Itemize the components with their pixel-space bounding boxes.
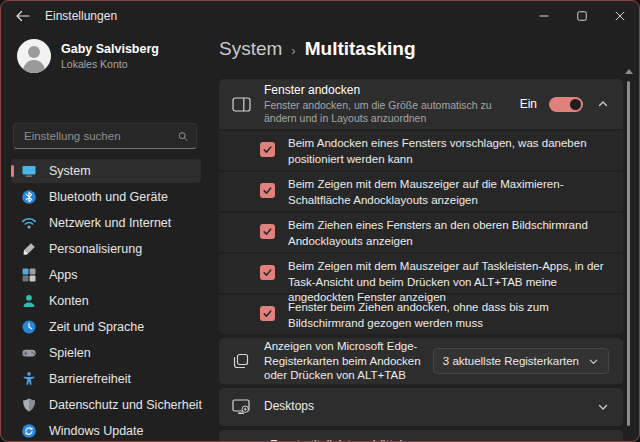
- snap-option-row: Beim Zeigen mit dem Mauszeiger auf Taskl…: [219, 254, 623, 293]
- sidebar-item-personalization[interactable]: Personalisierung: [11, 237, 201, 261]
- snap-option-label: Beim Andocken eines Fensters vorschlagen…: [288, 136, 623, 170]
- page-title: Multitasking: [305, 38, 416, 60]
- desktops-label: Desktops: [264, 399, 314, 415]
- snap-windows-expander[interactable]: Fenster andocken Fenster andocken, um di…: [219, 79, 623, 129]
- chevron-up-icon: [597, 98, 609, 110]
- checkmark-icon: [262, 144, 273, 155]
- snap-option-label: Fenster beim Ziehen andocken, ohne dass …: [288, 300, 623, 334]
- checkbox-checked[interactable]: [260, 224, 275, 239]
- sidebar-item-windows-update[interactable]: Windows Update: [11, 419, 201, 442]
- sidebar-item-time-language[interactable]: Zeit und Sprache: [11, 315, 201, 339]
- dropdown-selected-value: 3 aktuellste Registerkarten: [443, 355, 579, 367]
- sidebar-nav: System Bluetooth und Geräte Netzwerk und…: [1, 159, 211, 442]
- minimize-button[interactable]: [525, 1, 563, 31]
- desktops-icon: [229, 399, 253, 415]
- maximize-icon: [577, 11, 587, 21]
- apps-grid-icon: [21, 267, 37, 283]
- checkbox-checked[interactable]: [260, 183, 275, 198]
- clock-icon: [21, 319, 37, 335]
- title-bar-shake-expander[interactable]: Fenstertitelleiste schütteln: [219, 430, 623, 442]
- update-icon: [21, 423, 37, 439]
- snap-title: Fenster andocken: [264, 83, 520, 97]
- snap-option-row: Beim Andocken eines Fensters vorschlagen…: [219, 131, 623, 170]
- scrollbar-thumb[interactable]: [627, 81, 630, 426]
- sidebar: Gaby Salvisberg Lokales Konto System: [1, 31, 211, 441]
- snap-option-label: Beim Ziehen eines Fensters an den oberen…: [288, 218, 623, 252]
- tabs-icon: [229, 353, 253, 369]
- account-card: Gaby Salvisberg Lokales Konto: [17, 39, 159, 73]
- sidebar-item-label: Datenschutz und Sicherheit: [49, 398, 202, 412]
- gamepad-icon: [21, 345, 37, 361]
- sidebar-item-gaming[interactable]: Spielen: [11, 341, 201, 365]
- back-button[interactable]: [7, 4, 39, 28]
- edge-tabs-label: Anzeigen von Microsoft Edge-Registerkart…: [264, 339, 433, 384]
- bluetooth-icon: [21, 189, 37, 205]
- wifi-icon: [21, 215, 37, 231]
- account-type: Lokales Konto: [61, 58, 159, 70]
- snap-subtitle: Fenster andocken, um die Größe automatis…: [264, 99, 520, 125]
- search-box: [13, 123, 197, 149]
- snap-windows-icon: [229, 97, 253, 112]
- sidebar-item-label: Zeit und Sprache: [49, 320, 144, 334]
- selected-accent-bar: [11, 165, 14, 177]
- checkmark-icon: [262, 226, 273, 237]
- title-bar-shake-label: Fenstertitelleiste schütteln: [270, 438, 409, 442]
- checkbox-checked[interactable]: [260, 142, 275, 157]
- title-bar: Einstellungen: [1, 1, 639, 31]
- toggle-knob: [570, 99, 581, 110]
- sidebar-item-label: Spielen: [49, 346, 91, 360]
- sidebar-item-label: Apps: [49, 268, 78, 282]
- sidebar-item-network[interactable]: Netzwerk und Internet: [11, 211, 201, 235]
- sidebar-item-label: System: [49, 164, 91, 178]
- sidebar-item-accounts[interactable]: Konten: [11, 289, 201, 313]
- snap-toggle[interactable]: [549, 97, 583, 112]
- edge-tabs-dropdown[interactable]: 3 aktuellste Registerkarten: [433, 348, 609, 374]
- snap-options-list: Beim Andocken eines Fensters vorschlagen…: [219, 131, 623, 334]
- snap-option-label: Beim Zeigen mit dem Mauszeiger auf die M…: [288, 177, 623, 211]
- sidebar-item-label: Windows Update: [49, 424, 144, 438]
- snap-option-label: Beim Zeigen mit dem Mauszeiger auf Taskl…: [288, 259, 623, 293]
- sidebar-item-system[interactable]: System: [11, 159, 201, 183]
- sidebar-item-label: Konten: [49, 294, 89, 308]
- sidebar-item-privacy[interactable]: Datenschutz und Sicherheit: [11, 393, 201, 417]
- sidebar-item-label: Barrierefreiheit: [49, 372, 131, 386]
- settings-window: Einstellungen Gaby Salvisberg Lokales Ko…: [0, 0, 640, 442]
- checkbox-checked[interactable]: [260, 265, 275, 280]
- collapse-chevron-button[interactable]: [597, 98, 609, 110]
- paintbrush-icon: [21, 241, 37, 257]
- sidebar-item-apps[interactable]: Apps: [11, 263, 201, 287]
- account-name: Gaby Salvisberg: [61, 42, 159, 56]
- minimize-icon: [539, 11, 549, 21]
- chevron-down-icon: [597, 401, 609, 413]
- checkmark-icon: [262, 308, 273, 319]
- person-icon: [21, 293, 37, 309]
- edge-tabs-setting: Anzeigen von Microsoft Edge-Registerkart…: [219, 338, 623, 384]
- close-button[interactable]: [601, 1, 639, 31]
- search-input[interactable]: [24, 130, 178, 142]
- sidebar-item-label: Netzwerk und Internet: [49, 216, 171, 230]
- accessibility-icon: [21, 371, 37, 387]
- sidebar-item-label: Bluetooth und Geräte: [49, 190, 168, 204]
- breadcrumb-system[interactable]: System: [219, 38, 282, 60]
- sidebar-item-accessibility[interactable]: Barrierefreiheit: [11, 367, 201, 391]
- close-icon: [615, 11, 625, 21]
- checkmark-icon: [262, 267, 273, 278]
- checkbox-checked[interactable]: [260, 306, 275, 321]
- sidebar-item-label: Personalisierung: [49, 242, 142, 256]
- window-title: Einstellungen: [45, 9, 117, 23]
- expand-chevron-button[interactable]: [597, 401, 609, 413]
- sidebar-item-bluetooth[interactable]: Bluetooth und Geräte: [11, 185, 201, 209]
- desktops-expander[interactable]: Desktops: [219, 388, 623, 426]
- window-controls: [525, 1, 639, 31]
- checkmark-icon: [262, 185, 273, 196]
- breadcrumb: System › Multitasking: [219, 38, 416, 60]
- toggle-state-label: Ein: [520, 97, 537, 111]
- scrollbar-up-arrow[interactable]: [625, 69, 633, 74]
- snap-option-row: Beim Ziehen eines Fensters an den oberen…: [219, 213, 623, 252]
- search-icon: [178, 130, 188, 143]
- avatar: [17, 39, 51, 73]
- snap-option-row: Beim Zeigen mit dem Mauszeiger auf die M…: [219, 172, 623, 211]
- maximize-button[interactable]: [563, 1, 601, 31]
- back-arrow-icon: [16, 10, 30, 22]
- breadcrumb-separator: ›: [291, 43, 295, 58]
